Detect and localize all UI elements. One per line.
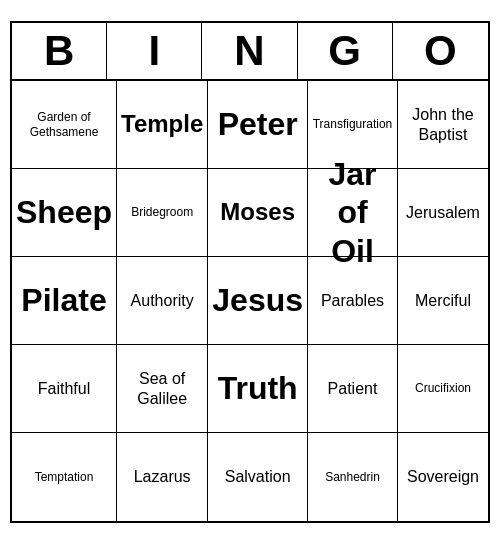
bingo-cell: Jesus [208, 257, 308, 345]
bingo-cell: Moses [208, 169, 308, 257]
cell-text: Crucifixion [415, 381, 471, 395]
header-letter: O [393, 23, 488, 79]
cell-text: Peter [218, 105, 298, 143]
cell-text: Sheep [16, 193, 112, 231]
cell-text: Sanhedrin [325, 470, 380, 484]
cell-text: Jerusalem [406, 203, 480, 222]
cell-text: Sovereign [407, 467, 479, 486]
bingo-cell: Peter [208, 81, 308, 169]
bingo-cell: Temple [117, 81, 208, 169]
bingo-card: BINGO Garden of GethsameneTemplePeterTra… [10, 21, 490, 523]
cell-text: Bridegroom [131, 205, 193, 219]
bingo-cell: Faithful [12, 345, 117, 433]
cell-text: Salvation [225, 467, 291, 486]
cell-text: Transfiguration [313, 117, 393, 131]
cell-text: Parables [321, 291, 384, 310]
cell-text: Jar of Oil [312, 155, 393, 270]
bingo-cell: Authority [117, 257, 208, 345]
bingo-cell: Pilate [12, 257, 117, 345]
cell-text: Truth [218, 369, 298, 407]
cell-text: Jesus [212, 281, 303, 319]
bingo-cell: Sea of Galilee [117, 345, 208, 433]
cell-text: Pilate [21, 281, 106, 319]
bingo-cell: Patient [308, 345, 398, 433]
bingo-grid: Garden of GethsameneTemplePeterTransfigu… [12, 81, 488, 521]
cell-text: Temple [121, 110, 203, 139]
cell-text: Lazarus [134, 467, 191, 486]
header-letter: N [202, 23, 297, 79]
bingo-cell: Lazarus [117, 433, 208, 521]
header-letter: I [107, 23, 202, 79]
cell-text: John the Baptist [402, 105, 484, 143]
bingo-cell: John the Baptist [398, 81, 488, 169]
bingo-cell: Temptation [12, 433, 117, 521]
cell-text: Temptation [35, 470, 94, 484]
bingo-cell: Bridegroom [117, 169, 208, 257]
bingo-header: BINGO [12, 23, 488, 81]
bingo-cell: Garden of Gethsamene [12, 81, 117, 169]
header-letter: B [12, 23, 107, 79]
cell-text: Patient [328, 379, 378, 398]
bingo-cell: Sovereign [398, 433, 488, 521]
cell-text: Sea of Galilee [121, 369, 203, 407]
cell-text: Faithful [38, 379, 90, 398]
cell-text: Moses [220, 198, 295, 227]
bingo-cell: Sanhedrin [308, 433, 398, 521]
header-letter: G [298, 23, 393, 79]
cell-text: Merciful [415, 291, 471, 310]
bingo-cell: Salvation [208, 433, 308, 521]
cell-text: Authority [131, 291, 194, 310]
bingo-cell: Sheep [12, 169, 117, 257]
bingo-cell: Parables [308, 257, 398, 345]
bingo-cell: Truth [208, 345, 308, 433]
bingo-cell: Crucifixion [398, 345, 488, 433]
cell-text: Garden of Gethsamene [16, 110, 112, 139]
bingo-cell: Jar of Oil [308, 169, 398, 257]
bingo-cell: Merciful [398, 257, 488, 345]
bingo-cell: Jerusalem [398, 169, 488, 257]
